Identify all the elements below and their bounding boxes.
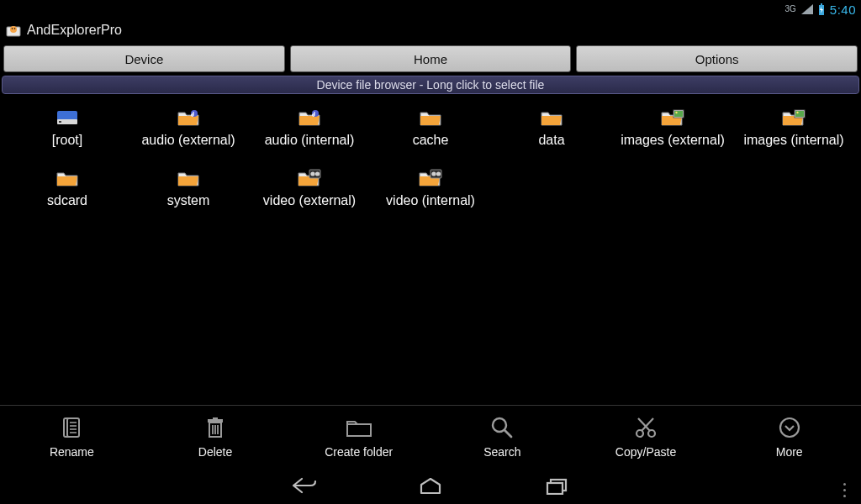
file-item-label: system <box>167 193 210 208</box>
rename-icon <box>59 415 84 440</box>
file-item-label: audio (internal) <box>265 133 355 148</box>
file-item-label: sdcard <box>47 193 87 208</box>
folder-audio-icon <box>298 108 321 128</box>
search-icon <box>489 415 515 440</box>
action-bar: Rename Delete Create folder Search Copy/… <box>0 405 861 467</box>
copy-paste-label: Copy/Paste <box>615 445 676 459</box>
file-item[interactable]: data <box>494 108 609 148</box>
folder-video-icon <box>298 168 321 188</box>
svg-rect-43 <box>547 483 563 494</box>
svg-line-36 <box>504 430 511 437</box>
folder-images-icon <box>661 108 684 128</box>
drive-icon <box>55 108 79 128</box>
svg-rect-30 <box>208 419 223 423</box>
device-button[interactable]: Device <box>3 45 285 72</box>
svg-point-18 <box>310 171 314 176</box>
delete-label: Delete <box>198 445 232 459</box>
folder-icon <box>345 415 373 440</box>
more-icon <box>777 415 802 440</box>
file-grid: [root]audio (external)audio (internal)ca… <box>0 94 861 222</box>
battery-icon <box>818 3 825 15</box>
delete-action[interactable]: Delete <box>144 406 288 467</box>
file-item[interactable]: images (internal) <box>737 108 851 148</box>
hint-strip: Device file browser - Long click to sele… <box>2 76 859 94</box>
nav-overflow-button[interactable] <box>836 483 853 497</box>
svg-point-16 <box>796 112 798 113</box>
svg-rect-15 <box>795 111 804 117</box>
file-item-label: video (internal) <box>386 193 475 208</box>
folder-icon <box>419 108 442 128</box>
signal-icon <box>801 4 813 14</box>
options-button[interactable]: Options <box>576 45 858 72</box>
app-title: AndExplorerPro <box>27 23 122 38</box>
file-item[interactable]: images (external) <box>615 108 730 148</box>
create-folder-label: Create folder <box>325 445 393 459</box>
app-icon <box>5 22 22 39</box>
folder-icon <box>177 168 200 188</box>
nav-home-button[interactable] <box>414 473 447 498</box>
nav-recents-button[interactable] <box>540 473 573 498</box>
file-item-label: cache <box>413 133 449 148</box>
svg-rect-12 <box>674 111 683 117</box>
hint-text: Device file browser - Long click to sele… <box>317 78 545 92</box>
svg-point-41 <box>780 418 799 437</box>
svg-point-13 <box>675 112 677 113</box>
file-item[interactable]: sdcard <box>10 168 124 208</box>
folder-icon <box>540 108 563 128</box>
create-folder-action[interactable]: Create folder <box>287 406 430 467</box>
svg-point-4 <box>12 28 13 29</box>
scissors-icon <box>633 415 658 440</box>
app-title-bar: AndExplorerPro <box>0 18 861 42</box>
svg-point-21 <box>431 171 436 176</box>
svg-rect-31 <box>213 417 218 419</box>
svg-point-3 <box>10 26 17 33</box>
search-label: Search <box>483 445 520 459</box>
file-item[interactable]: audio (external) <box>131 108 246 148</box>
network-3g-label: 3G <box>784 5 795 13</box>
folder-images-icon <box>782 108 806 128</box>
file-item-label: video (external) <box>263 193 356 208</box>
folder-audio-icon <box>177 108 200 128</box>
more-label: More <box>776 445 803 459</box>
file-item[interactable]: audio (internal) <box>252 108 367 148</box>
file-item[interactable]: video (external) <box>252 168 367 208</box>
folder-video-icon <box>419 168 442 188</box>
svg-point-19 <box>315 171 320 176</box>
rename-label: Rename <box>50 445 94 459</box>
status-clock: 5:40 <box>830 3 856 17</box>
file-item-label: images (external) <box>621 133 725 148</box>
svg-rect-24 <box>67 418 79 437</box>
svg-rect-8 <box>59 121 61 123</box>
search-action[interactable]: Search <box>430 406 574 467</box>
copy-paste-action[interactable]: Copy/Paste <box>574 406 718 467</box>
svg-point-22 <box>436 171 441 176</box>
file-item-label: images (internal) <box>743 133 843 148</box>
file-item-label: audio (external) <box>141 133 235 148</box>
file-item[interactable]: cache <box>373 108 488 148</box>
svg-point-5 <box>14 28 16 29</box>
file-item[interactable]: system <box>131 168 246 208</box>
android-nav-bar <box>0 467 861 504</box>
home-button[interactable]: Home <box>290 45 572 72</box>
rename-action[interactable]: Rename <box>0 406 144 467</box>
svg-rect-1 <box>821 3 822 5</box>
trash-icon <box>203 415 228 440</box>
file-item[interactable]: video (internal) <box>373 168 488 208</box>
android-status-bar: 3G 5:40 <box>0 0 861 18</box>
file-item[interactable]: [root] <box>10 108 124 148</box>
more-action[interactable]: More <box>717 406 861 467</box>
folder-icon <box>55 168 79 188</box>
file-item-label: [root] <box>52 133 82 148</box>
file-item-label: data <box>538 133 564 148</box>
nav-back-button[interactable] <box>288 473 321 498</box>
top-button-row: Device Home Options <box>0 42 861 76</box>
